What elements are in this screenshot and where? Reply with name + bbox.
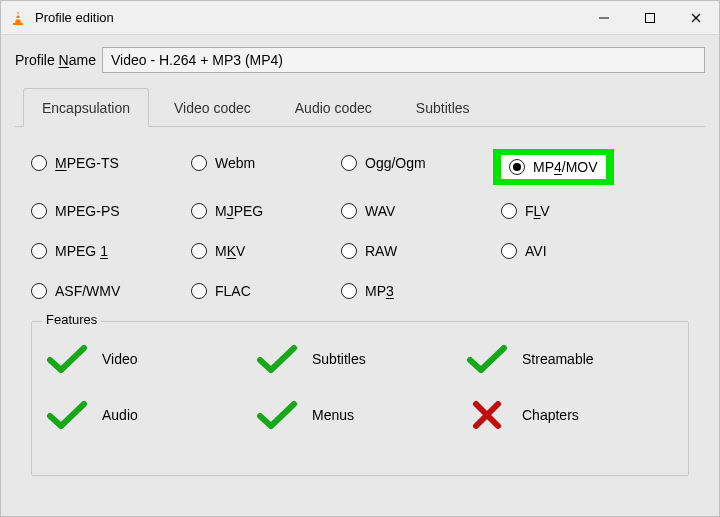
- check-icon: [256, 344, 298, 374]
- radio-circle-icon: [341, 155, 357, 171]
- maximize-button[interactable]: [627, 3, 673, 33]
- svg-rect-5: [646, 13, 655, 22]
- tab-video-codec[interactable]: Video codec: [155, 88, 270, 127]
- check-icon: [256, 400, 298, 430]
- radio-circle-icon: [191, 243, 207, 259]
- radio-circle-icon: [31, 155, 47, 171]
- radio-avi[interactable]: AVI: [501, 243, 661, 259]
- feature-streamable: Streamable: [466, 344, 676, 374]
- radio-circle-icon: [31, 243, 47, 259]
- radio-label: MP4/MOV: [533, 159, 598, 175]
- feature-chapters: Chapters: [466, 400, 676, 430]
- features-legend: Features: [42, 312, 101, 327]
- radio-mp3[interactable]: MP3: [341, 283, 501, 299]
- radio-label: ASF/WMV: [55, 283, 120, 299]
- encapsulation-pane: MPEG-TSWebmOgg/OgmMP4/MOVMPEG-PSMJPEGWAV…: [15, 127, 705, 486]
- radio-circle-icon: [31, 203, 47, 219]
- profile-name-input[interactable]: [102, 47, 705, 73]
- radio-label: Ogg/Ogm: [365, 155, 426, 171]
- profile-name-label: Profile Name: [15, 52, 96, 68]
- cross-icon: [466, 400, 508, 430]
- radio-circle-icon: [191, 203, 207, 219]
- feature-label: Chapters: [522, 407, 579, 423]
- radio-label: MPEG-PS: [55, 203, 120, 219]
- radio-circle-icon: [501, 203, 517, 219]
- radio-label: FLV: [525, 203, 550, 219]
- feature-label: Subtitles: [312, 351, 366, 367]
- svg-marker-0: [15, 11, 21, 23]
- profile-name-row: Profile Name: [15, 47, 705, 73]
- check-icon: [466, 344, 508, 374]
- vlc-cone-icon: [9, 9, 27, 27]
- features-grid: VideoSubtitlesStreamableAudioMenusChapte…: [46, 344, 674, 430]
- svg-rect-1: [16, 14, 20, 15]
- radio-mkv[interactable]: MKV: [191, 243, 341, 259]
- check-icon: [46, 400, 88, 430]
- tab-encapsulation[interactable]: Encapsulation: [23, 88, 149, 127]
- radio-mpeg1[interactable]: MPEG 1: [31, 243, 191, 259]
- radio-wav[interactable]: WAV: [341, 203, 501, 219]
- feature-label: Video: [102, 351, 138, 367]
- tab-audio-codec[interactable]: Audio codec: [276, 88, 391, 127]
- minimize-button[interactable]: [581, 3, 627, 33]
- radio-circle-icon: [31, 283, 47, 299]
- radio-circle-icon: [341, 203, 357, 219]
- radio-mpeg_ts[interactable]: MPEG-TS: [31, 155, 191, 171]
- close-button[interactable]: [673, 3, 719, 33]
- window-title: Profile edition: [35, 10, 114, 25]
- radio-label: MPEG 1: [55, 243, 108, 259]
- radio-label: RAW: [365, 243, 397, 259]
- radio-raw[interactable]: RAW: [341, 243, 501, 259]
- feature-label: Menus: [312, 407, 354, 423]
- highlight-mp4: MP4/MOV: [493, 149, 614, 185]
- window: Profile edition Profile Name Encapsulati…: [0, 0, 720, 517]
- feature-audio: Audio: [46, 400, 256, 430]
- radio-label: AVI: [525, 243, 547, 259]
- radio-circle-icon: [191, 155, 207, 171]
- check-icon: [46, 344, 88, 374]
- radio-label: MJPEG: [215, 203, 263, 219]
- tab-bar: Encapsulation Video codec Audio codec Su…: [15, 87, 705, 127]
- feature-menus: Menus: [256, 400, 466, 430]
- radio-label: MKV: [215, 243, 245, 259]
- svg-rect-2: [15, 18, 20, 19]
- feature-label: Streamable: [522, 351, 594, 367]
- radio-label: WAV: [365, 203, 395, 219]
- tab-subtitles[interactable]: Subtitles: [397, 88, 489, 127]
- feature-video: Video: [46, 344, 256, 374]
- radio-circle-icon: [509, 159, 525, 175]
- features-group: Features VideoSubtitlesStreamableAudioMe…: [31, 321, 689, 476]
- radio-asf[interactable]: ASF/WMV: [31, 283, 191, 299]
- radio-flac[interactable]: FLAC: [191, 283, 341, 299]
- radio-mjpeg[interactable]: MJPEG: [191, 203, 341, 219]
- radio-circle-icon: [501, 243, 517, 259]
- svg-rect-3: [13, 23, 23, 25]
- radio-label: Webm: [215, 155, 255, 171]
- radio-mpeg_ps[interactable]: MPEG-PS: [31, 203, 191, 219]
- feature-label: Audio: [102, 407, 138, 423]
- radio-ogg[interactable]: Ogg/Ogm: [341, 155, 501, 171]
- radio-label: MPEG-TS: [55, 155, 119, 171]
- radio-mp4[interactable]: MP4/MOV: [501, 155, 606, 179]
- radio-webm[interactable]: Webm: [191, 155, 341, 171]
- encapsulation-options: MPEG-TSWebmOgg/OgmMP4/MOVMPEG-PSMJPEGWAV…: [31, 155, 689, 299]
- radio-label: FLAC: [215, 283, 251, 299]
- feature-subtitles: Subtitles: [256, 344, 466, 374]
- content-area: Profile Name Encapsulation Video codec A…: [1, 35, 719, 516]
- window-controls: [581, 3, 719, 33]
- radio-circle-icon: [341, 243, 357, 259]
- radio-circle-icon: [341, 283, 357, 299]
- radio-label: MP3: [365, 283, 394, 299]
- radio-flv[interactable]: FLV: [501, 203, 661, 219]
- titlebar: Profile edition: [1, 1, 719, 35]
- radio-circle-icon: [191, 283, 207, 299]
